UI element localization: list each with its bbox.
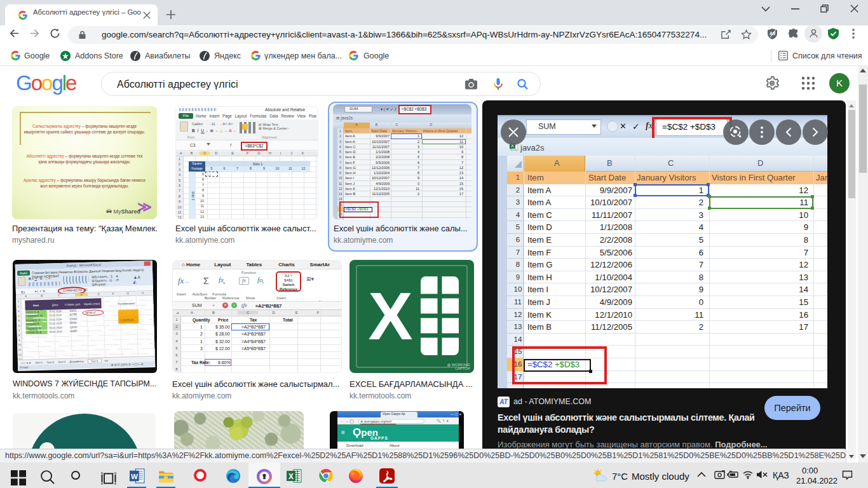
svg-text:W: W xyxy=(131,473,138,480)
svg-text:X: X xyxy=(288,472,294,481)
